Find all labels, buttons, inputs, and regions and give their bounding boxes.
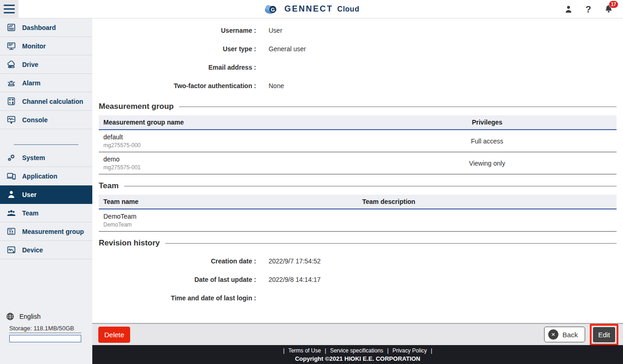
notification-badge: 17 [609, 0, 618, 8]
column-header-team-name: Team name [99, 195, 358, 209]
delete-button[interactable]: Delete [98, 327, 130, 343]
sidebar-item-alarm[interactable]: Alarm [0, 74, 92, 92]
sidebar-footer: English Storage: 118.1MB/50GB [0, 312, 92, 342]
device-instrument-icon [6, 245, 16, 255]
svg-text:G: G [271, 7, 275, 12]
logo-cloud-label: Cloud [337, 5, 359, 13]
sidebar-nav: Dashboard Monitor [0, 18, 92, 364]
action-bar-right: ✕ Back Edit [544, 324, 618, 346]
team-code: DemoTeam [103, 221, 353, 228]
table-header-row: Team name Team description [99, 195, 617, 209]
language-selector[interactable]: English [0, 312, 92, 321]
footer-separator: | [431, 347, 432, 354]
table-row[interactable]: demo mg275575-001 Viewing only [99, 152, 617, 174]
main-panel: Username : User User type : General user… [92, 18, 623, 364]
footer-link-terms-of-use[interactable]: Terms of Use [288, 347, 321, 354]
privilege-value: Full access [358, 130, 617, 152]
gennect-cloud-app: G GENNECT Cloud ? 17 [0, 0, 623, 364]
section-rule [179, 107, 617, 107]
team-name: DemoTeam [103, 213, 353, 220]
measurement-group-code: mg275575-000 [103, 142, 353, 149]
section-title: Measurement group [99, 102, 174, 111]
storage-widget: Storage: 118.1MB/50GB [9, 325, 81, 342]
privilege-value: Viewing only [358, 152, 617, 174]
devices-icon [6, 171, 16, 181]
field-row-email: Email address : [99, 58, 617, 77]
bottom-action-bar: Delete ✕ Back Edit [92, 323, 623, 345]
top-header: G GENNECT Cloud ? 17 [0, 0, 623, 18]
measurement-group-name: demo [103, 155, 353, 163]
field-row-last-update: Date of last update : 2022/9/8 14:14:17 [99, 270, 617, 289]
sidebar-item-label: System [22, 154, 45, 161]
team-section-header: Team [99, 181, 617, 191]
back-button[interactable]: ✕ Back [544, 327, 585, 342]
sidebar-item-label: Drive [22, 61, 38, 68]
storage-label: Storage: 118.1MB/50GB [9, 325, 81, 333]
account-icon[interactable] [564, 5, 573, 14]
cloud-logo-icon: G [264, 3, 280, 15]
field-value: None [269, 82, 284, 90]
field-label: Username : [99, 27, 256, 34]
table-row[interactable]: DemoTeam DemoTeam [99, 209, 617, 232]
field-label: User type : [99, 45, 256, 53]
sidebar-item-system[interactable]: System [0, 149, 92, 167]
measurement-group-name: default [103, 133, 353, 141]
revision-history-section-header: Revision history [99, 239, 617, 248]
sidebar-item-team[interactable]: Team [0, 204, 92, 222]
footer-separator: | [283, 347, 284, 354]
sidebar-item-channel-calculation[interactable]: Channel calculation [0, 92, 92, 111]
column-header-privileges: Privileges [358, 115, 617, 130]
sidebar-item-label: Console [22, 116, 48, 124]
field-label: Two-factor authentication : [99, 82, 256, 90]
sidebar-item-dashboard[interactable]: Dashboard [0, 18, 92, 37]
field-label: Creation date : [99, 257, 256, 265]
footer-separator: | [387, 347, 389, 354]
hamburger-menu-button[interactable] [0, 0, 18, 18]
table-row[interactable]: default mg275575-000 Full access [99, 130, 617, 152]
field-value: 2022/9/7 17:54:52 [269, 257, 321, 265]
measurement-group-code: mg275575-001 [103, 164, 353, 171]
field-label: Date of last update : [99, 276, 256, 283]
sidebar-item-label: User [22, 191, 36, 198]
sidebar-item-label: Monitor [22, 42, 46, 50]
sidebar-item-label: Measurement group [22, 228, 84, 235]
sidebar-item-application[interactable]: Application [0, 167, 92, 185]
field-row-last-login: Time and date of last login : [99, 289, 617, 307]
sidebar-item-monitor[interactable]: Monitor [0, 37, 92, 55]
footer-link-privacy-policy[interactable]: Privacy Policy [392, 347, 427, 354]
field-value: 2022/9/8 14:14:17 [269, 276, 321, 283]
sidebar-item-device[interactable]: Device [0, 241, 92, 259]
field-row-username: Username : User [99, 21, 617, 40]
section-rule [165, 243, 617, 244]
notifications-button[interactable]: 17 [604, 4, 614, 14]
help-icon[interactable]: ? [586, 4, 591, 15]
user-detail-content: Username : User User type : General user… [92, 18, 623, 323]
footer-copyright: Copyright ©2021 HIOKI E.E. CORPORATION [92, 355, 623, 362]
sidebar-item-label: Dashboard [22, 24, 56, 31]
gennect-cloud-logo: G GENNECT Cloud [264, 3, 359, 15]
monitor-icon [6, 41, 16, 51]
sidebar-item-measurement-group[interactable]: Measurement group [0, 222, 92, 241]
logo-wordmark: GENNECT [284, 4, 333, 14]
section-rule [124, 186, 617, 186]
edit-highlight-annotation: Edit [590, 324, 618, 346]
sidebar-item-drive[interactable]: Drive [0, 55, 92, 74]
field-label: Time and date of last login : [99, 294, 256, 302]
section-title: Revision history [99, 239, 160, 248]
alarm-siren-icon [6, 78, 16, 88]
edit-button[interactable]: Edit [593, 327, 615, 342]
team-description [358, 209, 617, 232]
column-header-measurement-group-name: Measurement group name [99, 115, 358, 130]
column-header-team-description: Team description [358, 195, 617, 209]
table-header-row: Measurement group name Privileges [99, 115, 617, 130]
back-button-label: Back [563, 331, 578, 339]
back-x-icon: ✕ [548, 329, 558, 340]
user-icon [6, 190, 16, 200]
footer-link-service-specifications[interactable]: Service specifications [330, 347, 383, 354]
field-row-two-factor: Two-factor authentication : None [99, 77, 617, 95]
field-label: Email address : [99, 64, 256, 71]
footer-links: | Terms of Use | Service specifications … [92, 347, 623, 354]
sidebar-item-user[interactable]: User [0, 185, 92, 204]
field-value: User [269, 27, 282, 34]
sidebar-item-console[interactable]: Console [0, 111, 92, 129]
